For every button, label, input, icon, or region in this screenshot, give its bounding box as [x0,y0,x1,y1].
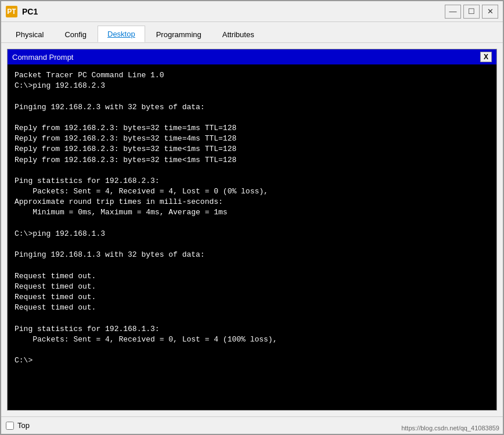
command-prompt-title: Command Prompt [12,53,73,62]
minimize-button[interactable]: — [445,5,461,19]
tab-bar: Physical Config Desktop Programming Attr… [1,22,503,43]
terminal-output[interactable]: Packet Tracer PC Command Line 1.0 C:\>pi… [8,64,496,410]
window-controls: — ☐ ✕ [445,5,498,19]
close-button[interactable]: ✕ [482,5,498,19]
app-icon: PT [6,6,17,17]
tab-attributes[interactable]: Attributes [213,26,264,42]
command-prompt-container: Command Prompt X Packet Tracer PC Comman… [7,49,497,411]
tab-programming[interactable]: Programming [146,26,211,42]
main-content: Command Prompt X Packet Tracer PC Comman… [1,43,503,416]
main-window: PT PC1 — ☐ ✕ Physical Config Desktop Pro… [0,0,504,435]
maximize-button[interactable]: ☐ [463,5,480,19]
top-checkbox-label[interactable]: Top [6,421,30,430]
top-label: Top [17,421,30,430]
tab-config[interactable]: Config [55,26,96,42]
title-bar: PT PC1 — ☐ ✕ [1,1,503,22]
command-prompt-header: Command Prompt X [8,49,496,64]
top-checkbox[interactable] [6,422,14,430]
tab-desktop[interactable]: Desktop [98,26,145,42]
window-title: PC1 [22,7,445,16]
watermark: https://blog.csdn.net/qq_41083859 [401,425,499,432]
tab-physical[interactable]: Physical [6,26,53,42]
command-prompt-close-button[interactable]: X [480,52,492,62]
